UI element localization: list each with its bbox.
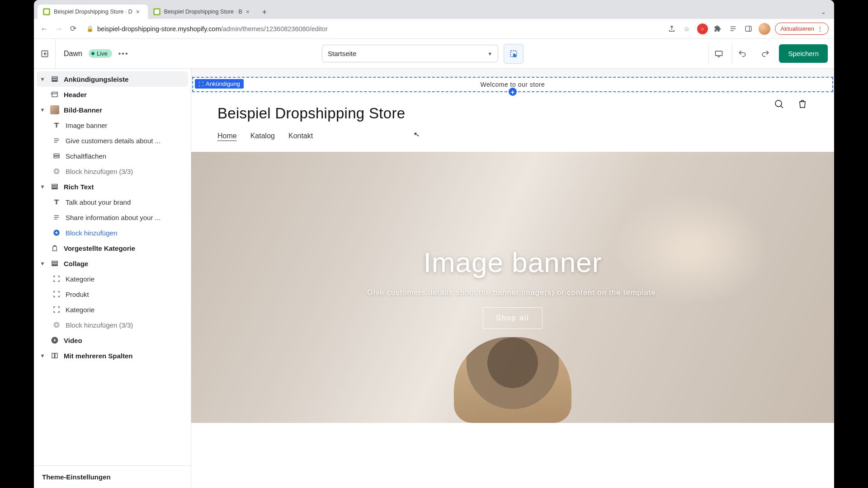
tab-title: Beispiel Dropshipping Store · D [54, 9, 132, 15]
svg-rect-27 [52, 265, 57, 266]
star-icon[interactable]: ☆ [682, 23, 693, 34]
block-row[interactable]: Kategorie [37, 302, 188, 317]
block-row[interactable]: Give customers details about ... [37, 133, 188, 148]
svg-rect-8 [52, 79, 57, 80]
sections-sidebar: ▾AnkündigungsleisteHeader▾Bild-BannerIma… [34, 69, 191, 488]
rows-icon [50, 75, 59, 84]
section-row[interactable]: Video [37, 333, 188, 348]
inspector-toggle[interactable] [504, 44, 524, 64]
section-row[interactable]: ▾Bild-Banner [37, 102, 188, 117]
editor-topbar: Dawn Live ••• Startseite ▼ [34, 39, 834, 69]
block-row[interactable]: Block hinzufügen (3/3) [37, 164, 188, 179]
block-row[interactable]: Image banner [37, 117, 188, 133]
preview-canvas: ⛶ Ankündigung Welcome to our store + ↖ B… [191, 69, 834, 488]
side-panel-icon[interactable] [743, 23, 754, 34]
header-icon [50, 90, 59, 99]
banner-cta-button[interactable]: Shop all [483, 307, 542, 329]
save-button[interactable]: Speichern [779, 44, 828, 63]
menu-item-home[interactable]: Home [217, 132, 237, 140]
block-row[interactable]: Produkt [37, 286, 188, 302]
columns-icon [50, 351, 59, 360]
status-badge: Live [89, 49, 112, 58]
chevron-down-icon[interactable]: ▾ [39, 352, 46, 359]
theme-settings-link[interactable]: Theme-Einstellungen [34, 465, 191, 488]
svg-rect-7 [52, 77, 57, 78]
update-button[interactable]: Aktualisieren ⋮ [775, 23, 829, 35]
block-row[interactable]: Share information about your ... [37, 210, 188, 225]
address-bar: ← → ⟳ 🔒 beispiel-dropshipping-store.mysh… [34, 19, 834, 39]
tab-title: Beispiel Dropshipping Store · B [164, 9, 242, 15]
browser-tab[interactable]: Beispiel Dropshipping Store · B × [148, 5, 258, 19]
theme-name: Dawn [64, 50, 82, 58]
store-title[interactable]: Beispiel Dropshipping Store [217, 105, 808, 122]
row-label: Give customers details about ... [66, 137, 160, 145]
profile-avatar[interactable] [759, 23, 770, 35]
svg-rect-20 [52, 188, 57, 189]
section-row[interactable]: Header [37, 87, 188, 102]
block-row[interactable]: Block hinzufügen [37, 225, 188, 240]
svg-rect-19 [52, 186, 57, 188]
tab-overflow-icon[interactable]: ⌄ [816, 5, 830, 19]
browser-tab-active[interactable]: Beispiel Dropshipping Store · D × [38, 5, 148, 19]
forward-icon[interactable]: → [54, 24, 64, 33]
chevron-down-icon[interactable]: ▾ [39, 76, 46, 82]
row-label: Kategorie [66, 275, 94, 283]
block-row[interactable]: Talk about your brand [37, 194, 188, 210]
chevron-down-icon: ▼ [487, 51, 492, 56]
image-banner[interactable]: Image banner Give customers details abou… [191, 152, 834, 423]
section-row[interactable]: ▾Ankündigungsleiste [37, 71, 188, 87]
row-label: Video [64, 337, 82, 344]
svg-rect-31 [55, 353, 57, 358]
viewport-desktop-icon[interactable] [708, 44, 728, 64]
lines-icon [52, 136, 61, 145]
row-label: Block hinzufügen [66, 229, 117, 237]
block-row[interactable]: Block hinzufügen (3/3) [37, 317, 188, 333]
redo-icon[interactable] [755, 44, 775, 64]
menu-item-catalog[interactable]: Katalog [250, 132, 275, 140]
section-row[interactable]: ▾Rich Text [37, 179, 188, 194]
section-row[interactable]: Vorgestellte Kategorie [37, 240, 188, 256]
back-icon[interactable]: ← [39, 24, 49, 33]
chevron-down-icon[interactable]: ▾ [39, 260, 46, 267]
block-row[interactable]: Schaltflächen [37, 148, 188, 164]
plus-blue-icon [52, 228, 61, 237]
row-label: Schaltflächen [66, 152, 106, 160]
expand-icon: ⛶ [198, 81, 203, 87]
svg-rect-25 [52, 261, 57, 263]
browser-tabbar: Beispiel Dropshipping Store · D × Beispi… [34, 0, 834, 19]
section-row[interactable]: ▾Mit mehreren Spalten [37, 348, 188, 363]
row-label: Share information about your ... [66, 214, 160, 221]
cart-icon[interactable] [797, 99, 808, 112]
rows-icon [50, 259, 59, 268]
close-icon[interactable]: × [136, 8, 142, 15]
lock-icon: 🔒 [86, 25, 94, 32]
search-icon[interactable] [774, 99, 784, 112]
section-row[interactable]: ▾Collage [37, 256, 188, 271]
extensions-icon[interactable] [712, 23, 723, 34]
menu-item-contact[interactable]: Kontakt [288, 132, 313, 140]
block-row[interactable]: Kategorie [37, 271, 188, 286]
close-icon[interactable]: × [246, 8, 252, 15]
announcement-bar-section[interactable]: ⛶ Ankündigung Welcome to our store + [192, 77, 833, 92]
banner-title: Image banner [424, 246, 602, 278]
chevron-down-icon[interactable]: ▾ [39, 183, 46, 190]
shopify-favicon [153, 8, 160, 15]
svg-rect-18 [52, 184, 57, 186]
plus-grey-icon [52, 320, 61, 329]
chevron-down-icon[interactable]: ▾ [39, 107, 46, 113]
reload-icon[interactable]: ⟳ [68, 24, 78, 33]
undo-icon[interactable] [732, 44, 752, 64]
more-actions-icon[interactable]: ••• [118, 50, 129, 58]
svg-line-33 [781, 106, 783, 108]
add-section-button[interactable]: + [508, 87, 518, 97]
share-icon[interactable] [666, 23, 677, 34]
reading-list-icon[interactable] [728, 23, 739, 34]
text-icon [52, 121, 61, 130]
new-tab-button[interactable]: + [258, 5, 272, 19]
exit-editor-button[interactable] [34, 39, 56, 68]
url-field[interactable]: 🔒 beispiel-dropshipping-store.myshopify.… [83, 25, 662, 33]
row-label: Ankündigungsleiste [64, 75, 128, 83]
extension-blocker-icon[interactable]: ○ [697, 23, 708, 34]
row-label: Header [64, 91, 87, 99]
page-selector[interactable]: Startseite ▼ [322, 45, 498, 62]
